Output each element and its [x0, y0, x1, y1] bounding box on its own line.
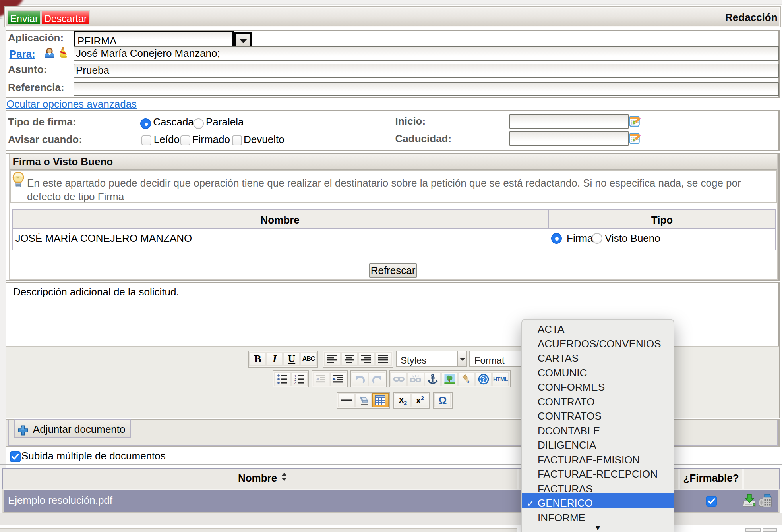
svg-text:3: 3 [294, 381, 296, 384]
svg-text:?: ? [482, 376, 485, 382]
